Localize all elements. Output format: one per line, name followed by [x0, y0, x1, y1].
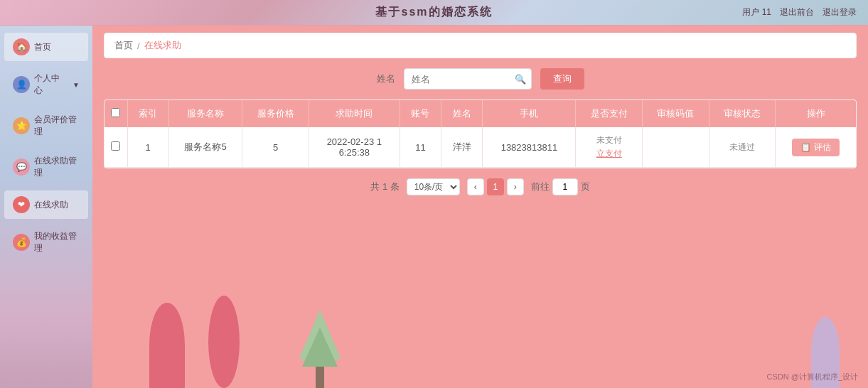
pay-action-link[interactable]: 立支付: [596, 148, 622, 160]
page-nav: ‹ 1 ›: [467, 178, 524, 195]
row-help-time: 2022-02-23 16:25:38: [309, 127, 400, 168]
header-actions: 用户 11 退出前台 退出登录: [742, 6, 857, 18]
consult-icon: 💬: [13, 158, 30, 176]
search-input[interactable]: [404, 68, 532, 90]
header-pay-status: 是否支付: [576, 100, 643, 127]
page-goto: 前往 页: [531, 178, 590, 195]
header-review-status: 审核状态: [709, 100, 776, 127]
breadcrumb-current: 在线求助: [144, 39, 181, 52]
sidebar-item-earnings[interactable]: 💰 我的收益管理: [4, 225, 88, 260]
main-layout: 🏠 首页 👤 个人中心 ▼ ⭐ 会员评价管理 💬 在线求助管理 ❤ 在线求助 💰…: [0, 26, 868, 388]
row-pay-status: 未支付 立支付: [576, 127, 643, 168]
table-row: 1 服务名称5 5 2022-02-23 16:25:38 11 洋洋 1382…: [105, 127, 856, 168]
row-operation: 📋 评估: [776, 127, 856, 168]
exit-frontend-link[interactable]: 退出前台: [780, 6, 814, 18]
row-review-status: 未通过: [709, 127, 776, 168]
page-size-select[interactable]: 10条/页 20条/页 50条/页: [407, 178, 460, 195]
row-service-name: 服务名称5: [168, 127, 242, 168]
sidebar-label-online-help: 在线求助: [34, 199, 68, 211]
rating-icon: ⭐: [13, 117, 30, 134]
header-name: 姓名: [441, 100, 483, 127]
evaluate-button[interactable]: 📋 评估: [792, 139, 840, 156]
page-unit: 页: [581, 180, 590, 193]
select-all-checkbox[interactable]: [111, 108, 120, 117]
chevron-down-icon: ▼: [73, 81, 80, 89]
header: 基于ssm的婚恋系统 用户 11 退出前台 退出登录: [0, 0, 868, 26]
next-page-button[interactable]: ›: [507, 178, 524, 195]
breadcrumb-separator: /: [137, 41, 140, 51]
goto-input[interactable]: [552, 178, 578, 195]
search-bar: 姓名 🔍 查询: [104, 68, 857, 90]
search-label: 姓名: [377, 72, 395, 85]
sidebar: 🏠 首页 👤 个人中心 ▼ ⭐ 会员评价管理 💬 在线求助管理 ❤ 在线求助 💰…: [0, 26, 92, 388]
header-phone: 手机: [483, 100, 576, 127]
sidebar-label-rating: 会员评价管理: [34, 114, 80, 138]
earnings-icon: 💰: [13, 234, 30, 251]
row-name: 洋洋: [441, 127, 483, 168]
user-info: 用户 11: [742, 6, 771, 18]
page-total: 共 1 条: [370, 180, 399, 193]
sidebar-item-online-help[interactable]: ❤ 在线求助: [4, 190, 88, 219]
search-icon: 🔍: [515, 74, 526, 85]
data-table: 索引 服务名称 服务价格 求助时间 账号 姓名 手机 是否支付 审核码值 审核状…: [104, 99, 857, 168]
sidebar-label-personal: 个人中心: [34, 72, 67, 97]
row-service-price: 5: [242, 127, 309, 168]
breadcrumb-home[interactable]: 首页: [114, 39, 133, 52]
eval-icon: 📋: [800, 142, 811, 152]
review-status-text: 未通过: [729, 142, 755, 152]
header-index: 索引: [127, 100, 168, 127]
sidebar-label-earnings: 我的收益管理: [34, 230, 80, 254]
watermark: CSDN @计算机程序_设计: [766, 372, 858, 382]
online-help-icon: ❤: [13, 196, 30, 213]
personal-icon: 👤: [13, 76, 30, 93]
row-index: 1: [127, 127, 168, 168]
header-service-name: 服务名称: [168, 100, 242, 127]
row-checkbox[interactable]: [111, 141, 120, 151]
main-content: 首页 / 在线求助 姓名 🔍 查询 索引: [92, 26, 868, 388]
row-checkbox-cell: [105, 127, 127, 168]
sidebar-label-home: 首页: [34, 41, 51, 53]
header-account: 账号: [400, 100, 441, 127]
eval-label: 评估: [814, 141, 831, 153]
breadcrumb: 首页 / 在线求助: [104, 33, 857, 58]
pagination: 共 1 条 10条/页 20条/页 50条/页 ‹ 1 › 前往 页: [104, 178, 857, 195]
logout-link[interactable]: 退出登录: [823, 6, 857, 18]
sidebar-label-consult: 在线求助管理: [34, 155, 80, 179]
row-account: 11: [400, 127, 441, 168]
header-help-time: 求助时间: [309, 100, 400, 127]
header-review-code: 审核码值: [642, 100, 709, 127]
search-input-wrap: 🔍: [404, 68, 532, 90]
sidebar-item-personal[interactable]: 👤 个人中心 ▼: [4, 67, 88, 102]
row-phone: 13823813811: [483, 127, 576, 168]
pay-unpaid-text: 未支付: [596, 134, 622, 146]
header-checkbox-cell: [105, 100, 127, 127]
header-operation: 操作: [776, 100, 856, 127]
app-title: 基于ssm的婚恋系统: [375, 5, 492, 20]
header-service-price: 服务价格: [242, 100, 309, 127]
row-review-code: [642, 127, 709, 168]
sidebar-item-home[interactable]: 🏠 首页: [4, 33, 88, 61]
prev-page-button[interactable]: ‹: [467, 178, 484, 195]
sidebar-item-rating[interactable]: ⭐ 会员评价管理: [4, 108, 88, 144]
goto-label: 前往: [531, 180, 550, 193]
home-icon: 🏠: [13, 38, 30, 55]
sidebar-item-consult[interactable]: 💬 在线求助管理: [4, 149, 88, 185]
table-header-row: 索引 服务名称 服务价格 求助时间 账号 姓名 手机 是否支付 审核码值 审核状…: [105, 100, 856, 127]
current-page-number: 1: [487, 178, 504, 195]
search-button[interactable]: 查询: [540, 68, 584, 90]
